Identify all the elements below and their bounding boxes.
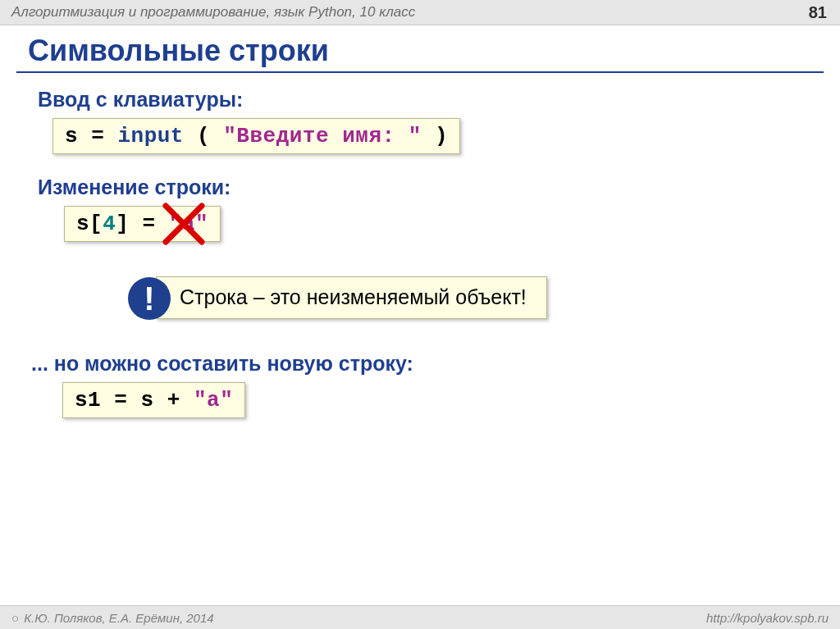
code-text: s1 = s +	[75, 388, 194, 412]
label-modify: Изменение строки:	[38, 175, 815, 199]
code-number: 4	[103, 212, 116, 236]
code-text: s[	[76, 212, 103, 236]
code-text: s =	[65, 124, 117, 148]
footer-left-text: К.Ю. Поляков, Е.А. Ерёмин, 2014	[24, 611, 213, 625]
label-compose: ... но можно составить новую строку:	[31, 352, 815, 376]
code-string: "a"	[169, 212, 208, 236]
slide: Алгоритмизация и программирование, язык …	[0, 0, 840, 629]
code-text: )	[422, 124, 448, 148]
codebox-compose: s1 = s + "a"	[62, 382, 245, 418]
code-string: "Введите имя: "	[223, 124, 422, 148]
content: Ввод с клавиатуры: s = input ( "Введите …	[0, 73, 840, 418]
page-number: 81	[809, 3, 827, 22]
codebox-modify: s[4] = "a"	[64, 206, 221, 242]
callout-text: Строка – это неизменяемый объект!	[156, 276, 547, 319]
code-keyword: input	[117, 124, 184, 148]
codebox-modify-wrap: s[4] = "a"	[64, 206, 221, 242]
page-title: Символьные строки	[28, 34, 840, 68]
code-text: (	[184, 124, 223, 148]
codebox-input: s = input ( "Введите имя: " )	[52, 118, 460, 154]
code-text: ] =	[116, 212, 168, 236]
copyright-icon: ○	[11, 611, 19, 625]
header-title: Алгоритмизация и программирование, язык …	[11, 4, 415, 21]
code-string: "a"	[194, 388, 233, 412]
label-input: Ввод с клавиатуры:	[38, 88, 815, 112]
footer-left: ○ К.Ю. Поляков, Е.А. Ерёмин, 2014	[11, 611, 214, 625]
header-bar: Алгоритмизация и программирование, язык …	[0, 0, 840, 25]
callout: ! Строка – это неизменяемый объект!	[128, 276, 815, 319]
footer: ○ К.Ю. Поляков, Е.А. Ерёмин, 2014 http:/…	[0, 605, 840, 629]
exclamation-icon: !	[128, 277, 171, 320]
footer-right: http://kpolyakov.spb.ru	[706, 611, 829, 625]
